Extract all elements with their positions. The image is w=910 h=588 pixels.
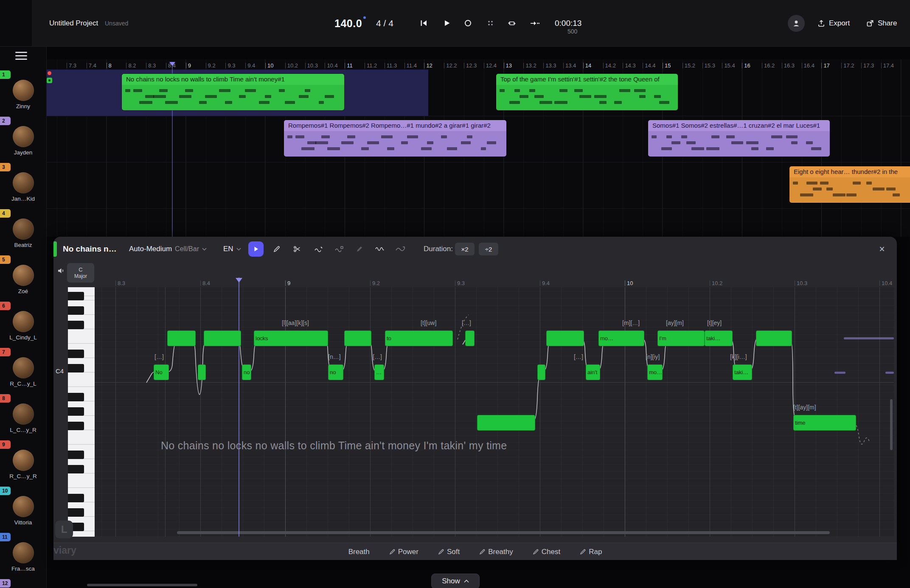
- black-key[interactable]: [68, 393, 84, 401]
- track-item-Vittoria[interactable]: 10Vittoria: [0, 486, 46, 532]
- style-chip-chest[interactable]: Chest: [533, 548, 560, 556]
- preview-speaker-button[interactable]: [57, 266, 65, 277]
- timeline-tick[interactable]: 11.2: [365, 63, 377, 68]
- track-item-L_Cindy_L[interactable]: 6L_Cindy_L: [0, 301, 46, 347]
- style-chip-power[interactable]: Power: [389, 548, 418, 556]
- timeline-tick[interactable]: 17.3: [861, 63, 874, 68]
- editor-ruler[interactable]: 8.38.499.29.39.41010.210.310.4: [53, 277, 897, 287]
- timeline-tick[interactable]: 12.3: [464, 63, 477, 68]
- track-item-Beatriz[interactable]: 4Beatriz: [0, 208, 46, 255]
- pitch-eraser-tool-button[interactable]: [332, 242, 346, 256]
- loop-button[interactable]: [505, 16, 519, 31]
- project-title[interactable]: Untitled Project: [49, 19, 98, 28]
- pencil-tool-button[interactable]: [270, 242, 284, 256]
- piano-keyboard[interactable]: [68, 287, 95, 537]
- style-chip-breath[interactable]: Breath: [348, 548, 370, 556]
- timeline-tick[interactable]: 7.4: [87, 63, 96, 68]
- page-horizontal-scrollbar[interactable]: [87, 584, 197, 586]
- black-key[interactable]: [68, 321, 84, 329]
- track-item-Zinny[interactable]: 1Zinny: [0, 70, 46, 116]
- timeline-ruler[interactable]: 7.37.488.28.38.499.29.39.41010.210.310.4…: [46, 58, 910, 70]
- black-key[interactable]: [68, 306, 84, 315]
- editor-horizontal-scrollbar[interactable]: [177, 531, 830, 534]
- editor-ruler-tick[interactable]: 10.4: [879, 280, 892, 286]
- close-editor-button[interactable]: ×: [875, 242, 889, 256]
- editor-play-button[interactable]: [248, 241, 264, 257]
- editor-ruler-tick[interactable]: 10.3: [795, 280, 807, 286]
- timeline-tick[interactable]: 13.2: [523, 63, 536, 68]
- track-item-Zoé[interactable]: 5Zoé: [0, 255, 46, 301]
- timeline-tick[interactable]: 12.4: [484, 63, 497, 68]
- timeline-tick[interactable]: 12: [424, 63, 432, 68]
- grid-view-button[interactable]: [483, 16, 497, 31]
- skip-back-button[interactable]: [416, 16, 431, 31]
- timeline-tick[interactable]: 11: [345, 63, 353, 68]
- editor-ruler-tick[interactable]: 9: [285, 280, 290, 286]
- timeline-tick[interactable]: 14: [583, 63, 591, 68]
- track-item-R_C…y_R[interactable]: 9R_C…y_R: [0, 440, 46, 486]
- timeline-tick[interactable]: 7.3: [67, 63, 76, 68]
- timeline-tick[interactable]: 16.3: [782, 63, 795, 68]
- timeline-tick[interactable]: 14.3: [623, 63, 635, 68]
- play-transport-button[interactable]: [439, 16, 454, 31]
- account-avatar[interactable]: [788, 15, 805, 32]
- timeline-tick[interactable]: 16.2: [762, 63, 775, 68]
- timeline-tick[interactable]: 11.3: [385, 63, 397, 68]
- duration-halve-button[interactable]: ÷2: [479, 243, 498, 255]
- vibrato-adjust-tool-button[interactable]: [393, 242, 407, 256]
- track1-record-indicator[interactable]: [48, 71, 51, 75]
- timeline-tick[interactable]: 9.4: [245, 63, 255, 68]
- timeline-tick[interactable]: 8: [107, 63, 112, 68]
- timeline-tick[interactable]: 10.4: [325, 63, 337, 68]
- black-key[interactable]: [68, 422, 84, 430]
- black-key[interactable]: [68, 451, 84, 459]
- timeline-tick[interactable]: 8.3: [146, 63, 156, 68]
- timeline-tick[interactable]: 11.4: [404, 63, 417, 68]
- timeline-tick[interactable]: 14.4: [643, 63, 655, 68]
- vibrato-tool-button[interactable]: [373, 242, 387, 256]
- black-key[interactable]: [68, 523, 84, 531]
- timeline-tick[interactable]: 17.4: [881, 63, 894, 68]
- timeline-tick[interactable]: 8.2: [126, 63, 136, 68]
- record-button[interactable]: [461, 16, 475, 31]
- phoneme-mode-select[interactable]: Auto-Medium Cell/Bar: [129, 237, 207, 261]
- timeline-tick[interactable]: 9.3: [225, 63, 235, 68]
- pitch-brush-tool-button[interactable]: [353, 242, 366, 256]
- black-key[interactable]: [68, 364, 84, 372]
- timeline-tick[interactable]: 15: [663, 63, 671, 68]
- black-key[interactable]: [68, 508, 84, 517]
- track-item-12[interactable]: 12: [0, 578, 46, 588]
- editor-ruler-tick[interactable]: 10: [625, 280, 633, 286]
- timeline-tick[interactable]: 15.2: [682, 63, 695, 68]
- black-key[interactable]: [68, 350, 84, 358]
- timeline-tick[interactable]: 9.2: [206, 63, 216, 68]
- timeline-tick[interactable]: 15.3: [702, 63, 715, 68]
- editor-ruler-tick[interactable]: 8.4: [200, 280, 210, 286]
- timeline-tick[interactable]: 17.2: [841, 63, 854, 68]
- timeline-tick[interactable]: 10.2: [285, 63, 298, 68]
- editor-clip-title[interactable]: No chains n…: [63, 237, 117, 261]
- style-chip-breathy[interactable]: Breathy: [479, 548, 513, 556]
- timeline-tick[interactable]: 13: [504, 63, 512, 68]
- timeline-tick[interactable]: 10: [265, 63, 273, 68]
- black-key[interactable]: [68, 407, 84, 416]
- timeline-tick[interactable]: 16.4: [802, 63, 815, 68]
- scissors-tool-button[interactable]: [290, 242, 304, 256]
- timeline-tick[interactable]: 12.2: [444, 63, 457, 68]
- menu-button[interactable]: [15, 52, 27, 61]
- time-signature[interactable]: 4 / 4: [376, 18, 393, 28]
- tempo-display[interactable]: 140.0: [334, 17, 366, 29]
- show-panel-button[interactable]: Show: [431, 574, 480, 588]
- timeline-tick[interactable]: 13.3: [543, 63, 556, 68]
- editor-ruler-tick[interactable]: 9.3: [455, 280, 465, 286]
- export-button[interactable]: Export: [817, 19, 850, 28]
- duration-double-button[interactable]: ×2: [455, 243, 475, 255]
- style-chip-soft[interactable]: Soft: [438, 548, 460, 556]
- black-key[interactable]: [68, 494, 84, 502]
- timeline-tick[interactable]: 14.2: [603, 63, 616, 68]
- editor-vertical-scrollbar[interactable]: [890, 399, 893, 450]
- track-item-R_C…y_L[interactable]: 7R_C…y_L: [0, 347, 46, 394]
- timeline-playhead[interactable]: [169, 62, 175, 66]
- timeline-tick[interactable]: 10.3: [305, 63, 318, 68]
- follow-playhead-button[interactable]: [527, 16, 542, 31]
